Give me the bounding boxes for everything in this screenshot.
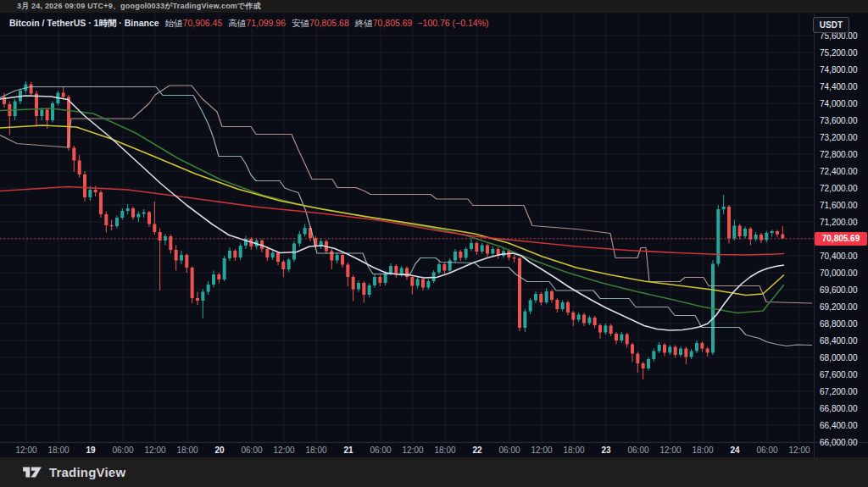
- time-axis-label: 18:00: [47, 445, 69, 455]
- time-axis-label: 24: [730, 445, 740, 455]
- time-axis-label: 06:00: [627, 445, 648, 455]
- time-axis-label: 12:00: [144, 445, 165, 455]
- price-axis-label: 71,600.00: [820, 201, 858, 210]
- chart-region: 75,600.0075,200.0074,800.0074,400.0074,0…: [0, 13, 868, 457]
- close-value: 70,805.69: [373, 18, 413, 28]
- attribution-text: 3月 24, 2026 09:09 UTC+9、googol0033がTradi…: [17, 2, 261, 10]
- time-axis[interactable]: 12:0018:001906:0012:0018:002006:0012:001…: [15, 445, 810, 455]
- high-label: 高値: [228, 18, 246, 28]
- price-axis-label: 67,600.00: [820, 370, 858, 379]
- price-axis-label: 71,200.00: [820, 218, 858, 227]
- price-axis-label: 73,200.00: [820, 133, 858, 142]
- price-axis-label: 74,400.00: [820, 82, 858, 91]
- time-axis-label: 22: [472, 445, 482, 455]
- price-axis-label: 70,400.00: [820, 252, 858, 261]
- price-axis-label: 68,800.00: [820, 319, 858, 329]
- attribution-bar: 3月 24, 2026 09:09 UTC+9、googol0033がTradi…: [0, 0, 868, 13]
- time-axis-label: 12:00: [788, 445, 810, 455]
- time-axis-label: 23: [601, 445, 611, 455]
- time-axis-label: 19: [86, 445, 96, 455]
- close-label: 終値: [355, 18, 373, 28]
- time-axis-label: 12:00: [531, 445, 552, 455]
- time-axis-label: 06:00: [241, 445, 262, 455]
- time-axis-label: 18:00: [176, 445, 198, 455]
- price-axis-label: 67,200.00: [820, 387, 858, 396]
- time-axis-label: 12:00: [402, 445, 423, 455]
- price-axis-label: 66,800.00: [820, 404, 858, 413]
- time-axis-label: 12:00: [15, 445, 36, 455]
- price-axis-label: 69,600.00: [820, 285, 858, 295]
- price-axis-label: 72,800.00: [820, 150, 858, 159]
- last-price-tag: 70,805.69: [815, 232, 867, 246]
- price-axis-label: 68,000.00: [820, 353, 858, 362]
- time-axis-label: 18:00: [305, 445, 326, 455]
- low-value: 70,805.68: [309, 18, 349, 28]
- price-axis-label: 72,400.00: [820, 167, 858, 176]
- grid-lines: [0, 13, 814, 442]
- time-axis-label: 06:00: [498, 445, 520, 455]
- time-axis-label: 21: [343, 445, 353, 455]
- overlay-ema-olive: [0, 108, 784, 313]
- time-axis-label: 20: [214, 445, 225, 455]
- overlay-ma-white: [0, 96, 784, 330]
- time-axis-label: 06:00: [370, 445, 391, 455]
- low-label: 安値: [292, 18, 309, 28]
- time-axis-label: 12:00: [273, 445, 294, 455]
- symbol-title[interactable]: Bitcoin / TetherUS · 1時間 · Binance: [9, 18, 159, 28]
- price-axis-label: 69,200.00: [820, 302, 858, 312]
- tradingview-logo-icon[interactable]: [22, 465, 42, 479]
- open-value: 70,906.45: [183, 18, 223, 28]
- time-axis-label: 06:00: [112, 445, 133, 455]
- chart-legend[interactable]: Bitcoin / TetherUS · 1時間 · Binance始値70,9…: [9, 18, 489, 30]
- time-axis-label: 12:00: [659, 445, 681, 455]
- tradingview-wordmark[interactable]: TradingView: [49, 465, 125, 479]
- footer-bar: TradingView: [0, 457, 868, 487]
- price-axis-label: 66,400.00: [820, 421, 858, 430]
- time-axis-label: 18:00: [563, 445, 584, 455]
- high-value: 71,099.96: [246, 18, 286, 28]
- price-axis-label: 72,000.00: [820, 184, 858, 193]
- open-label: 始値: [165, 18, 183, 28]
- time-axis-label: 06:00: [756, 445, 777, 455]
- price-chart[interactable]: 75,600.0075,200.0074,800.0074,400.0074,0…: [0, 13, 868, 457]
- change-value: −100.76 (−0.14%): [417, 18, 488, 28]
- price-axis-label: 73,600.00: [820, 116, 858, 125]
- price-axis-label: 70,000.00: [820, 268, 858, 278]
- time-axis-label: 18:00: [692, 445, 713, 455]
- currency-toggle-button[interactable]: USDT: [813, 17, 849, 33]
- price-axis-label: 74,000.00: [820, 99, 858, 108]
- price-axis-label: 68,400.00: [820, 336, 858, 346]
- time-axis-label: 18:00: [434, 445, 455, 455]
- price-axis-label: 75,200.00: [820, 48, 858, 58]
- price-axis-label: 66,000.00: [820, 438, 858, 447]
- price-axis-label: 74,800.00: [820, 65, 858, 75]
